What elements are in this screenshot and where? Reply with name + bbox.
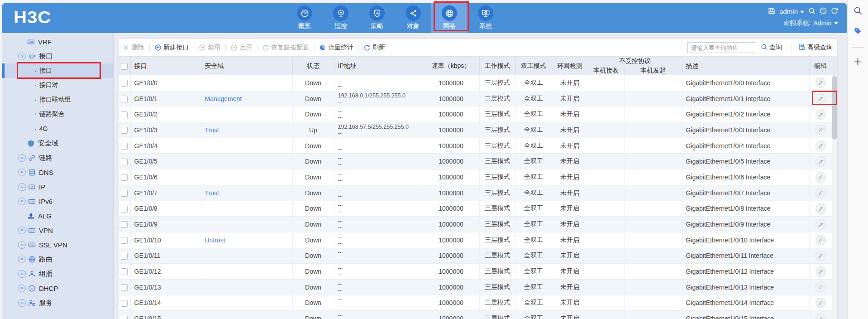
sidebar-item-ssl-vpn[interactable]: »SSLSSL VPN: [2, 237, 113, 252]
edit-button[interactable]: [816, 203, 826, 214]
col-header-security-zone[interactable]: 安全域: [201, 57, 292, 76]
row-checkbox[interactable]: [121, 143, 128, 150]
table-scrollbar[interactable]: [832, 56, 837, 319]
select-all-checkbox[interactable]: [121, 63, 128, 70]
expand-arrow-icon[interactable]: »: [18, 183, 26, 191]
top-nav-object[interactable]: 对象: [395, 3, 431, 33]
search-icon[interactable]: [808, 7, 816, 16]
username-menu[interactable]: admin: [779, 8, 804, 15]
sidebar-item-security-zone[interactable]: 安全域: [2, 136, 113, 150]
edit-button[interactable]: [816, 314, 826, 319]
sidebar-item-link-aggregation[interactable]: ·链路聚合: [2, 107, 113, 121]
row-checkbox[interactable]: [121, 253, 128, 260]
advanced-query-button[interactable]: 高级查询: [799, 44, 833, 52]
col-header-work-mode[interactable]: 工作模式: [479, 57, 515, 76]
expand-arrow-icon[interactable]: »: [18, 285, 26, 292]
edit-button[interactable]: [816, 266, 826, 277]
expand-arrow-icon[interactable]: »: [18, 169, 26, 176]
browser-add-icon[interactable]: [854, 58, 862, 68]
top-nav-policy[interactable]: 策略: [359, 3, 395, 33]
col-header-status[interactable]: 状态: [292, 57, 334, 76]
edit-button[interactable]: [816, 282, 826, 292]
delete-button[interactable]: 删除: [123, 44, 144, 52]
expand-arrow-icon[interactable]: »: [18, 256, 26, 263]
row-checkbox[interactable]: [121, 80, 128, 87]
col-header-description[interactable]: 描述: [682, 57, 809, 76]
row-checkbox[interactable]: [121, 174, 128, 181]
sidebar-item-dns[interactable]: »DNS: [2, 165, 113, 179]
sidebar-item-interface-pair[interactable]: ·接口对: [2, 78, 113, 92]
edit-button[interactable]: [816, 298, 826, 308]
row-checkbox[interactable]: [121, 316, 128, 319]
sidebar-item-service[interactable]: »服务: [2, 295, 113, 310]
sidebar-item-ip[interactable]: »IPIP: [2, 179, 113, 194]
logout-icon[interactable]: [831, 7, 838, 16]
expand-arrow-icon[interactable]: »: [18, 154, 26, 162]
edit-button[interactable]: [816, 251, 826, 261]
zone-link[interactable]: Management: [205, 95, 242, 102]
col-header-local-send[interactable]: 本机发起: [624, 66, 682, 76]
save-icon[interactable]: [768, 7, 775, 16]
sidebar-item-interface-group[interactable]: »接口: [2, 49, 113, 63]
browser-tag-icon[interactable]: [854, 27, 862, 37]
edit-button[interactable]: [816, 188, 826, 198]
create-interface-button[interactable]: 新建接口: [155, 44, 189, 52]
refresh-button[interactable]: 刷新: [364, 44, 385, 52]
expand-arrow-icon[interactable]: »: [18, 227, 26, 234]
col-header-interface[interactable]: 接口: [130, 57, 201, 76]
top-nav-overview[interactable]: 概览: [286, 3, 323, 33]
sidebar-item-alg[interactable]: ALG: [2, 208, 113, 223]
virtual-system-selector[interactable]: 虚拟系统: Admin: [768, 19, 838, 27]
edit-button[interactable]: [816, 93, 826, 104]
help-icon[interactable]: ?: [820, 7, 827, 16]
row-checkbox[interactable]: [121, 221, 128, 228]
top-nav-network[interactable]: 网络: [431, 3, 467, 33]
expand-arrow-icon[interactable]: »: [18, 53, 26, 60]
query-button[interactable]: 查询: [761, 44, 782, 52]
top-nav-monitor[interactable]: 监控: [323, 3, 359, 33]
sidebar-item-vpn[interactable]: »VPNVPN: [2, 223, 113, 237]
expand-arrow-icon[interactable]: »: [18, 299, 26, 307]
browser-search-icon[interactable]: [854, 6, 862, 17]
disable-button[interactable]: 禁用: [199, 44, 220, 52]
expand-arrow-icon[interactable]: »: [18, 270, 26, 278]
enable-button[interactable]: 启用: [231, 44, 252, 52]
edit-button[interactable]: [816, 219, 826, 230]
search-input[interactable]: [687, 42, 756, 53]
sidebar-item-route[interactable]: »路由: [2, 252, 113, 266]
sidebar-item-link[interactable]: »链路: [2, 150, 113, 165]
sidebar-item-ipv6[interactable]: »IPv6IPv6: [2, 194, 113, 208]
row-checkbox[interactable]: [121, 237, 128, 244]
sidebar-item-dhcp[interactable]: »DDHCP: [2, 281, 113, 295]
sidebar-item-interface[interactable]: ·接口: [2, 63, 113, 78]
restore-default-button[interactable]: 恢复缺省配置: [262, 44, 309, 52]
edit-button[interactable]: [816, 235, 826, 245]
row-checkbox[interactable]: [121, 96, 128, 102]
sidebar-item-vrf[interactable]: VRFVRF: [2, 34, 113, 49]
edit-button[interactable]: [816, 140, 826, 151]
edit-button[interactable]: [816, 156, 826, 167]
edit-button[interactable]: [816, 77, 826, 88]
row-checkbox[interactable]: [121, 111, 128, 118]
expand-arrow-icon[interactable]: »: [18, 241, 26, 249]
row-checkbox[interactable]: [121, 127, 128, 134]
zone-link[interactable]: Untrust: [205, 237, 225, 244]
sidebar-item-4g[interactable]: ·4G: [2, 121, 113, 136]
edit-button[interactable]: [816, 172, 826, 182]
top-nav-system[interactable]: 系统: [467, 3, 504, 33]
edit-button[interactable]: [816, 109, 826, 120]
scrollbar-thumb[interactable]: [832, 76, 837, 140]
sidebar-item-interface-linkage-group[interactable]: ·接口联动组: [2, 92, 113, 107]
zone-link[interactable]: Trust: [205, 126, 219, 134]
col-header-rate[interactable]: 速率（kbps）: [423, 57, 479, 76]
expand-arrow-icon[interactable]: »: [18, 198, 26, 205]
row-checkbox[interactable]: [121, 268, 128, 275]
row-checkbox[interactable]: [121, 284, 128, 291]
col-header-loopback-detect[interactable]: 环回检测: [552, 57, 588, 76]
edit-button[interactable]: [816, 125, 826, 135]
row-checkbox[interactable]: [121, 206, 128, 213]
col-header-ip-address[interactable]: IP地址: [334, 57, 423, 76]
row-checkbox[interactable]: [121, 300, 128, 307]
sidebar-item-multicast[interactable]: »组播: [2, 266, 113, 281]
traffic-stats-button[interactable]: 流量统计: [320, 44, 353, 52]
